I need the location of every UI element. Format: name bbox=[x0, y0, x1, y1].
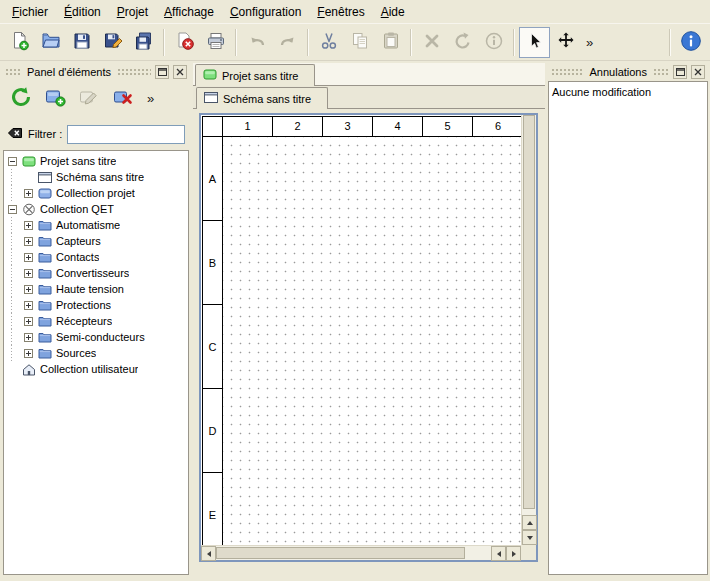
expand-expander-icon[interactable] bbox=[24, 253, 33, 262]
elements-panel: Panel d'éléments Filtrer : bbox=[2, 63, 190, 575]
schema-tab-label: Schéma sans titre bbox=[223, 93, 311, 105]
move-mode-button[interactable] bbox=[550, 27, 581, 58]
expand-expander-icon[interactable] bbox=[24, 301, 33, 310]
panel-overflow-button[interactable] bbox=[142, 83, 159, 113]
menu-fichier[interactable]: Fichier bbox=[4, 2, 56, 22]
information-button[interactable] bbox=[478, 27, 509, 58]
rotate-button[interactable] bbox=[447, 27, 478, 58]
project-tab[interactable]: Projet sans titre bbox=[195, 64, 315, 86]
save-icon bbox=[72, 31, 92, 54]
save-all-button[interactable] bbox=[128, 27, 159, 58]
expand-expander-icon[interactable] bbox=[24, 189, 33, 198]
diagram-canvas[interactable] bbox=[223, 137, 521, 545]
row-header: A bbox=[203, 137, 223, 221]
elements-tree[interactable]: Projet sans titre Schéma sans titre Coll… bbox=[3, 150, 189, 575]
menu-affichage[interactable]: Affichage bbox=[156, 2, 222, 22]
close-file-button[interactable] bbox=[169, 27, 200, 58]
close-panel-button[interactable] bbox=[691, 65, 705, 79]
scroll-left-button[interactable] bbox=[201, 546, 216, 561]
toolbar-separator bbox=[307, 29, 309, 56]
tree-item-category[interactable]: Convertisseurs bbox=[4, 265, 188, 281]
vertical-scrollbar-thumb[interactable] bbox=[523, 115, 535, 509]
expand-expander-icon[interactable] bbox=[24, 269, 33, 278]
horizontal-scrollbar-track[interactable] bbox=[465, 546, 491, 560]
diagram-sheet[interactable]: 1 2 3 4 5 6 A B bbox=[201, 115, 521, 545]
save-as-icon bbox=[103, 31, 123, 54]
edit-element-button[interactable] bbox=[74, 83, 104, 113]
menu-aide[interactable]: Aide bbox=[373, 2, 413, 22]
scroll-right-button[interactable] bbox=[506, 546, 521, 561]
cut-button[interactable] bbox=[313, 27, 344, 58]
horizontal-scrollbar[interactable] bbox=[201, 545, 521, 560]
about-button[interactable] bbox=[675, 27, 706, 58]
undo-panel-titlebar[interactable]: Annulations bbox=[548, 63, 708, 80]
tree-item-label: Récepteurs bbox=[56, 315, 112, 327]
undo-button[interactable] bbox=[241, 27, 272, 58]
tree-item-collection-projet[interactable]: Collection projet bbox=[4, 185, 188, 201]
expand-expander-icon[interactable] bbox=[24, 333, 33, 342]
tree-item-category[interactable]: Semi-conducteurs bbox=[4, 329, 188, 345]
tree-item-label: Protections bbox=[56, 299, 111, 311]
reload-collections-button[interactable] bbox=[6, 83, 36, 113]
vertical-scrollbar[interactable] bbox=[521, 115, 536, 545]
workspace: Projet sans titre Schéma sans titre bbox=[193, 63, 545, 575]
delete-button[interactable] bbox=[416, 27, 447, 58]
float-panel-button[interactable] bbox=[673, 65, 687, 79]
delete-element-button[interactable] bbox=[108, 83, 138, 113]
elements-panel-toolbar bbox=[2, 80, 190, 116]
menu-edition[interactable]: Édition bbox=[56, 2, 109, 22]
expand-expander-icon[interactable] bbox=[24, 349, 33, 358]
copy-button[interactable] bbox=[344, 27, 375, 58]
horizontal-scrollbar-thumb[interactable] bbox=[216, 547, 465, 559]
save-button[interactable] bbox=[66, 27, 97, 58]
project-tab-label: Projet sans titre bbox=[222, 70, 298, 82]
print-button[interactable] bbox=[200, 27, 231, 58]
expand-expander-icon[interactable] bbox=[24, 317, 33, 326]
menu-projet[interactable]: Projet bbox=[109, 2, 156, 22]
redo-button[interactable] bbox=[272, 27, 303, 58]
tree-item-user-collection[interactable]: Collection utilisateur bbox=[4, 361, 188, 377]
undo-icon bbox=[247, 31, 267, 54]
tree-item-category[interactable]: Haute tension bbox=[4, 281, 188, 297]
close-panel-button[interactable] bbox=[173, 65, 187, 79]
tree-item-label: Contacts bbox=[56, 251, 99, 263]
undo-history-item[interactable]: Aucune modification bbox=[552, 84, 704, 100]
expand-expander-icon[interactable] bbox=[24, 221, 33, 230]
paste-button[interactable] bbox=[375, 27, 406, 58]
clear-filter-icon[interactable] bbox=[7, 125, 23, 144]
menu-fenetres[interactable]: Fenêtres bbox=[309, 2, 372, 22]
tree-item-category[interactable]: Sources bbox=[4, 345, 188, 361]
new-element-button[interactable] bbox=[40, 83, 70, 113]
open-button[interactable] bbox=[35, 27, 66, 58]
tree-item-category[interactable]: Capteurs bbox=[4, 233, 188, 249]
folder-icon bbox=[37, 282, 53, 296]
undo-history-list[interactable]: Aucune modification bbox=[548, 81, 708, 575]
float-panel-button[interactable] bbox=[155, 65, 169, 79]
filter-input[interactable] bbox=[67, 125, 185, 144]
menu-configuration[interactable]: Configuration bbox=[222, 2, 309, 22]
tree-item-label: Projet sans titre bbox=[40, 155, 116, 167]
toolbar-separator bbox=[410, 29, 412, 56]
tree-item-category[interactable]: Protections bbox=[4, 297, 188, 313]
tree-item-project[interactable]: Projet sans titre bbox=[4, 153, 188, 169]
expand-expander-icon[interactable] bbox=[24, 237, 33, 246]
tree-item-category[interactable]: Automatisme bbox=[4, 217, 188, 233]
scroll-up-button[interactable] bbox=[522, 515, 537, 530]
tree-item-schema[interactable]: Schéma sans titre bbox=[4, 169, 188, 185]
save-as-button[interactable] bbox=[97, 27, 128, 58]
selection-mode-button[interactable] bbox=[519, 27, 550, 58]
elements-panel-titlebar[interactable]: Panel d'éléments bbox=[2, 63, 190, 80]
scroll-left-button[interactable] bbox=[491, 546, 506, 561]
toolbar-separator bbox=[513, 29, 515, 56]
column-header: 3 bbox=[323, 117, 373, 136]
tree-item-collection-qet[interactable]: Collection QET bbox=[4, 201, 188, 217]
collapse-expander-icon[interactable] bbox=[8, 205, 17, 214]
tree-item-category[interactable]: Contacts bbox=[4, 249, 188, 265]
tree-item-category[interactable]: Récepteurs bbox=[4, 313, 188, 329]
collapse-expander-icon[interactable] bbox=[8, 157, 17, 166]
expand-expander-icon[interactable] bbox=[24, 285, 33, 294]
schema-tab[interactable]: Schéma sans titre bbox=[196, 87, 328, 109]
new-document-button[interactable] bbox=[4, 27, 35, 58]
scroll-down-button[interactable] bbox=[522, 530, 537, 545]
toolbar-overflow-button[interactable] bbox=[581, 27, 598, 57]
